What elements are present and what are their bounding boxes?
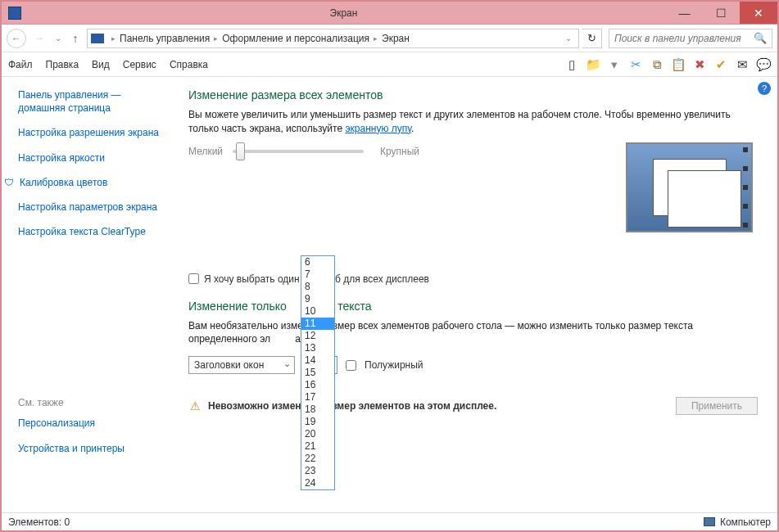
sidebar: Панель управления — домашняя страница На…: [2, 77, 174, 512]
chat-icon[interactable]: 💬: [756, 57, 771, 72]
breadcrumb-seg-1[interactable]: Оформление и персонализация: [222, 33, 369, 44]
apply-button[interactable]: Применить: [676, 397, 758, 415]
breadcrumb-dropdown[interactable]: ⌄: [562, 34, 575, 43]
dropdown-item[interactable]: 11: [301, 318, 334, 330]
dropdown-item[interactable]: 8: [301, 281, 334, 293]
preview-image: [626, 142, 753, 232]
cut-icon[interactable]: ✂: [628, 57, 643, 72]
close-button[interactable]: ✕: [740, 2, 777, 24]
warning-row: ⚠ Невозможно изменить размер элементов н…: [188, 397, 758, 415]
menu-service[interactable]: Сервис: [123, 59, 156, 70]
chevron-right-icon: ▸: [111, 34, 115, 43]
para-text-only: Вам необязательно изме азмер всех элемен…: [188, 319, 758, 347]
up-button[interactable]: ↑: [67, 32, 84, 45]
history-dropdown[interactable]: ⌄: [52, 29, 64, 48]
computer-icon: [704, 517, 715, 526]
dropdown-item[interactable]: 9: [301, 293, 334, 305]
font-size-dropdown[interactable]: 6789101112131415161718192021222324: [301, 255, 335, 490]
sidebar-display-params[interactable]: Настройка параметров экрана: [18, 201, 165, 214]
warning-text: Невозможно изменить размер элементов на …: [208, 400, 496, 412]
titlebar: Экран — ☐ ✕: [2, 2, 777, 25]
sidebar-home[interactable]: Панель управления — домашняя страница: [18, 88, 165, 115]
dropdown-item[interactable]: 17: [301, 391, 334, 404]
paste-icon[interactable]: 📋: [671, 57, 686, 72]
slider-min-label: Мелкий: [188, 146, 223, 157]
breadcrumb-seg-2[interactable]: Экран: [382, 33, 410, 44]
main: Изменение размера всех элементов Вы може…: [174, 77, 777, 512]
search-input[interactable]: [614, 33, 750, 44]
statusbar: Элементов: 0 Компьютер: [2, 512, 777, 530]
dropdown-item[interactable]: 22: [301, 453, 334, 465]
sidebar-brightness[interactable]: Настройка яркости: [18, 151, 165, 165]
sidebar-see-also: См. также: [18, 397, 165, 408]
one-scale-checkbox-row: Я хочу выбрать один аб для всех дисплеев: [188, 273, 758, 285]
dropdown-item[interactable]: 10: [301, 305, 334, 318]
minimize-button[interactable]: —: [666, 2, 703, 24]
menu-view[interactable]: Вид: [92, 59, 110, 70]
warning-icon: ⚠: [188, 399, 202, 413]
forward-button[interactable]: →: [29, 29, 49, 48]
dropdown-item[interactable]: 21: [301, 440, 334, 453]
sidebar-personalization[interactable]: Персонализация: [18, 417, 165, 430]
search-icon[interactable]: 🔍: [754, 32, 767, 44]
dropdown-item[interactable]: 13: [301, 342, 334, 354]
sidebar-resolution[interactable]: Настройка разрешения экрана: [18, 126, 165, 139]
slider-max-label: Крупный: [380, 146, 419, 157]
back-button[interactable]: ←: [7, 29, 26, 48]
sidebar-devices[interactable]: Устройства и принтеры: [18, 442, 165, 455]
menu-edit[interactable]: Правка: [46, 59, 79, 70]
breadcrumb-seg-0[interactable]: Панель управления: [120, 33, 210, 44]
navbar: ← → ⌄ ↑ ▸ Панель управления ▸ Оформление…: [2, 25, 777, 52]
shield-icon: 🛡: [3, 177, 15, 188]
panes-icon[interactable]: ▯: [564, 57, 579, 72]
dropdown-item[interactable]: 16: [301, 379, 334, 391]
maximize-button[interactable]: ☐: [703, 2, 740, 24]
dropdown-item[interactable]: 7: [301, 268, 334, 281]
window-controls: — ☐ ✕: [666, 2, 777, 24]
dropdown-item[interactable]: 14: [301, 354, 334, 367]
bold-label: Полужирный: [365, 359, 423, 371]
text-size-controls: Заголовки окон 11 Полужирный: [188, 356, 758, 374]
status-elements: Элементов: 0: [8, 516, 70, 528]
slider-thumb[interactable]: [236, 142, 245, 160]
content: ? Панель управления — домашняя страница …: [2, 77, 777, 512]
heading-resize-all: Изменение размера всех элементов: [188, 88, 758, 101]
check-icon[interactable]: ✔: [713, 57, 728, 72]
menu-help[interactable]: Справка: [170, 59, 208, 70]
dropdown-item[interactable]: 24: [301, 477, 334, 489]
slider-track[interactable]: [233, 150, 364, 153]
magnifier-link[interactable]: экранную лупу: [345, 123, 411, 134]
chevron-right-icon: ▸: [374, 34, 378, 43]
status-computer: Компьютер: [720, 516, 771, 528]
dropdown-icon[interactable]: ▾: [607, 57, 622, 72]
app-icon: [8, 7, 21, 20]
menubar: Файл Правка Вид Сервис Справка ▯ 📁 ▾ ✂ ⧉…: [2, 52, 777, 77]
dropdown-item[interactable]: 18: [301, 404, 334, 416]
window: Экран — ☐ ✕ ← → ⌄ ↑ ▸ Панель управления …: [0, 0, 779, 532]
toolbar-icons: ▯ 📁 ▾ ✂ ⧉ 📋 ✖ ✔ ✉ 💬: [564, 57, 771, 72]
sidebar-calibration[interactable]: 🛡 Калибровка цветов: [3, 176, 165, 189]
menu-file[interactable]: Файл: [8, 59, 33, 70]
mail-icon[interactable]: ✉: [735, 57, 750, 72]
window-title: Экран: [21, 7, 666, 19]
dropdown-item[interactable]: 12: [301, 330, 334, 342]
dropdown-item[interactable]: 20: [301, 428, 334, 440]
dropdown-item[interactable]: 6: [301, 256, 334, 268]
element-type-select[interactable]: Заголовки окон: [188, 356, 295, 374]
dropdown-item[interactable]: 23: [301, 465, 334, 477]
delete-icon[interactable]: ✖: [692, 57, 707, 72]
bold-checkbox[interactable]: [346, 360, 356, 371]
sidebar-cleartype[interactable]: Настройка текста ClearType: [18, 225, 165, 238]
breadcrumb[interactable]: ▸ Панель управления ▸ Оформление и персо…: [87, 29, 579, 48]
dropdown-item[interactable]: 15: [301, 367, 334, 379]
dropdown-item[interactable]: 19: [301, 416, 334, 428]
heading-text-only: Изменение только ера текста: [188, 300, 758, 313]
para-resize-all: Вы можете увеличить или уменьшить размер…: [188, 108, 758, 136]
refresh-button[interactable]: ↻: [582, 29, 602, 48]
folder-icon[interactable]: 📁: [586, 57, 600, 72]
breadcrumb-icon: [91, 34, 104, 43]
search-box[interactable]: 🔍: [609, 29, 772, 48]
sidebar-calibration-label: Калибровка цветов: [20, 176, 107, 189]
copy-icon[interactable]: ⧉: [650, 57, 664, 72]
one-scale-checkbox[interactable]: [188, 273, 199, 284]
